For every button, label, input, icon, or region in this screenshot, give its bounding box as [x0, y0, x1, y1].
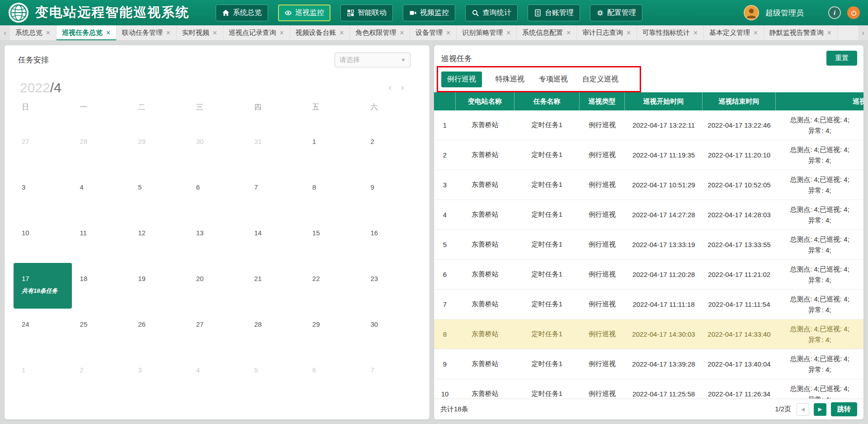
tab-12[interactable]: 基本定义管理✕ [704, 25, 764, 40]
calendar-day[interactable]: 31 [246, 126, 304, 172]
calendar-day[interactable]: 16 [362, 217, 420, 263]
table-row[interactable]: 6东善桥站定时任务1例行巡视2022-04-17 11:20:282022-04… [434, 260, 863, 290]
avatar[interactable] [744, 5, 759, 20]
calendar-day[interactable]: 13 [188, 217, 246, 263]
nav-item-6[interactable]: 配置管理 [590, 5, 642, 21]
nav-item-2[interactable]: 智能联动 [340, 5, 393, 21]
calendar-day[interactable]: 1 [304, 126, 363, 172]
tab-3[interactable]: 实时视频✕ [177, 25, 223, 40]
user-name[interactable]: 超级管理员 [765, 8, 804, 18]
calendar-day[interactable]: 3 [14, 172, 72, 217]
calendar-day-selected[interactable]: 17共有18条任务 [14, 263, 72, 309]
calendar-day[interactable]: 27 [188, 309, 246, 354]
tab-close-icon[interactable]: ✕ [693, 29, 698, 36]
tab-close-icon[interactable]: ✕ [399, 29, 404, 36]
info-icon[interactable]: i [828, 6, 841, 19]
tab-close-icon[interactable]: ✕ [279, 29, 284, 36]
calendar-day[interactable]: 26 [130, 309, 188, 354]
tab-9[interactable]: 系统信息配置✕ [517, 25, 577, 40]
table-row[interactable]: 5东善桥站定时任务1例行巡视2022-04-17 13:33:192022-04… [434, 230, 863, 260]
table-row[interactable]: 3东善桥站定时任务1例行巡视2022-04-17 10:51:292022-04… [434, 170, 863, 200]
tab-1[interactable]: 巡视任务总览✕ [57, 25, 117, 40]
table-row[interactable]: 1东善桥站定时任务1例行巡视2022-04-17 13:22:112022-04… [434, 110, 863, 140]
calendar-day[interactable]: 27 [14, 126, 72, 172]
calendar-day[interactable]: 2 [72, 354, 130, 400]
filter-tab-2[interactable]: 专项巡视 [538, 71, 569, 87]
tab-11[interactable]: 可靠性指标统计✕ [637, 25, 704, 40]
tab-scroll-right-icon[interactable]: › [858, 25, 868, 40]
calendar-day[interactable]: 21 [246, 263, 304, 309]
station-select[interactable]: 请选择 ▼ [335, 52, 410, 67]
tab-close-icon[interactable]: ✕ [446, 29, 451, 36]
calendar-day[interactable]: 28 [246, 309, 304, 354]
filter-tab-3[interactable]: 自定义巡视 [581, 71, 619, 87]
calendar-day[interactable]: 12 [130, 217, 188, 263]
tab-10[interactable]: 审计日志查询✕ [577, 25, 637, 40]
tab-scroll-left-icon[interactable]: ‹ [0, 25, 10, 40]
calendar-day[interactable]: 2 [362, 126, 420, 172]
prev-page-button[interactable]: ◀ [797, 403, 809, 416]
filter-tab-0[interactable]: 例行巡视 [441, 71, 482, 87]
nav-item-3[interactable]: 视频监控 [403, 5, 455, 21]
calendar-day[interactable]: 19 [130, 263, 188, 309]
calendar-day[interactable]: 18 [72, 263, 130, 309]
filter-tab-1[interactable]: 特殊巡视 [495, 71, 525, 87]
calendar-day[interactable]: 15 [304, 217, 363, 263]
nav-item-4[interactable]: 查询统计 [465, 5, 518, 21]
tab-4[interactable]: 巡视点记录查询✕ [223, 25, 290, 40]
calendar-day[interactable]: 30 [362, 309, 420, 354]
calendar-day[interactable]: 11 [72, 217, 130, 263]
calendar-day[interactable]: 5 [130, 172, 188, 217]
tab-close-icon[interactable]: ✕ [340, 29, 344, 36]
calendar-day[interactable]: 3 [130, 354, 188, 400]
calendar-day[interactable]: 9 [362, 172, 420, 217]
calendar-day[interactable]: 22 [304, 263, 363, 309]
tab-close-icon[interactable]: ✕ [506, 29, 511, 36]
table-row[interactable]: 2东善桥站定时任务1例行巡视2022-04-17 11:19:352022-04… [434, 140, 863, 170]
table-row[interactable]: 9东善桥站定时任务1例行巡视2022-04-17 13:39:282022-04… [434, 349, 863, 379]
calendar-day[interactable]: 4 [188, 354, 246, 400]
calendar-day[interactable]: 7 [246, 172, 304, 217]
table-row[interactable]: 4东善桥站定时任务1例行巡视2022-04-17 14:27:282022-04… [434, 200, 863, 230]
calendar-day[interactable]: 4 [72, 172, 130, 217]
calendar-day[interactable]: 20 [188, 263, 246, 309]
calendar-day[interactable]: 29 [304, 309, 363, 354]
jump-button[interactable]: 跳转 [831, 402, 857, 416]
calendar-prev-icon[interactable]: ‹ [388, 83, 392, 93]
tab-close-icon[interactable]: ✕ [753, 29, 758, 36]
calendar-day[interactable]: 23 [362, 263, 420, 309]
calendar-day[interactable]: 10 [14, 217, 72, 263]
tab-2[interactable]: 联动任务管理✕ [117, 25, 177, 40]
nav-item-0[interactable]: 系统总览 [216, 5, 268, 21]
tab-0[interactable]: 系统总览✕ [10, 25, 57, 40]
tab-7[interactable]: 设备管理✕ [410, 25, 457, 40]
calendar-day[interactable]: 5 [246, 354, 304, 400]
calendar-next-icon[interactable]: › [401, 83, 404, 93]
tab-close-icon[interactable]: ✕ [106, 29, 111, 36]
tab-close-icon[interactable]: ✕ [46, 29, 51, 36]
reset-button[interactable]: 重置 [826, 51, 857, 66]
table-row[interactable]: 10东善桥站定时任务1例行巡视2022-04-17 11:25:582022-0… [434, 379, 863, 399]
calendar-day[interactable]: 14 [246, 217, 304, 263]
tab-close-icon[interactable]: ✕ [827, 29, 832, 36]
calendar-day[interactable]: 30 [188, 126, 246, 172]
calendar-day[interactable]: 7 [362, 354, 420, 400]
calendar-day[interactable]: 25 [72, 309, 130, 354]
tab-6[interactable]: 角色权限管理✕ [350, 25, 410, 40]
calendar-day[interactable]: 29 [130, 126, 188, 172]
tab-close-icon[interactable]: ✕ [166, 29, 171, 36]
calendar-day[interactable]: 8 [304, 172, 363, 217]
nav-item-5[interactable]: 台账管理 [528, 5, 580, 21]
calendar-day[interactable]: 6 [304, 354, 363, 400]
tab-8[interactable]: 识别策略管理✕ [457, 25, 517, 40]
table-row[interactable]: 8东善桥站定时任务1例行巡视2022-04-17 14:30:032022-04… [434, 319, 863, 349]
tab-close-icon[interactable]: ✕ [566, 29, 571, 36]
nav-item-1[interactable]: 巡视监控 [278, 5, 330, 21]
tab-close-icon[interactable]: ✕ [212, 29, 217, 36]
table-row[interactable]: 7东善桥站定时任务1例行巡视2022-04-17 11:11:182022-04… [434, 290, 863, 319]
calendar-day[interactable]: 24 [14, 309, 72, 354]
calendar-day[interactable]: 6 [188, 172, 246, 217]
power-icon[interactable] [847, 6, 860, 19]
next-page-button[interactable]: ▶ [814, 403, 826, 416]
tab-13[interactable]: 静默监视告警查询✕ [764, 25, 838, 40]
